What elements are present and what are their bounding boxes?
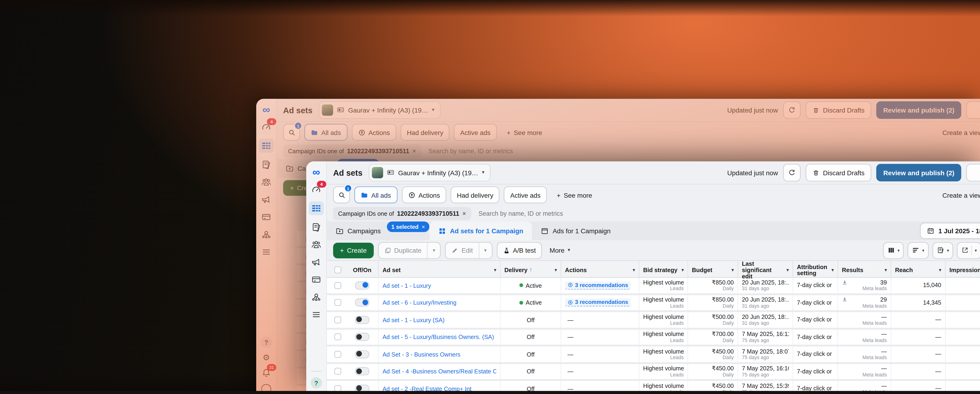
table-row[interactable]: Ad set - 5 - Luxury/Business Owners. (SA…	[327, 329, 980, 347]
column-impressions[interactable]: Impressions	[946, 261, 980, 279]
recommendations-link[interactable]: 3 recommendations	[565, 298, 631, 307]
column-attribution[interactable]: Attribution setting▾	[793, 261, 838, 279]
recommendations-link[interactable]: —	[565, 350, 576, 358]
date-range-picker[interactable]: 1 Jul 2025 - 18 Jul 2025	[920, 223, 980, 239]
create-view-link[interactable]: Create a view	[942, 191, 980, 199]
campaigns-icon[interactable]	[309, 201, 324, 215]
filter-all-ads[interactable]: All ads	[304, 124, 347, 140]
account-selector[interactable]: Gaurav + Infinity (A3) (19… ▾	[319, 101, 441, 119]
chevron-down-icon[interactable]: ▾	[427, 242, 440, 258]
notifications-bell-icon[interactable]: 31	[261, 367, 272, 378]
recommendations-link[interactable]: —	[565, 367, 576, 375]
row-checkbox[interactable]	[334, 333, 341, 340]
filter-had-delivery[interactable]: Had delivery	[401, 124, 450, 140]
filter-active-ads[interactable]: Active ads	[454, 124, 497, 140]
account-selector[interactable]: Gaurav + Infinity (A3) (19… ▾	[369, 164, 491, 181]
close-icon[interactable]: ×	[422, 224, 425, 230]
row-toggle[interactable]	[355, 281, 369, 289]
search-input[interactable]	[477, 209, 971, 217]
column-results[interactable]: Results▾	[838, 261, 891, 279]
table-row[interactable]: Ad Set - 4 -Business Owners/Real Estate …	[327, 364, 980, 381]
ad-set-name-link[interactable]: Ad set - 5 - Luxury/Business Owners. (SA…	[382, 333, 496, 340]
reports-button[interactable]: ▾	[932, 242, 954, 258]
table-row[interactable]: Ad set - 1 - Luxury Active 3 recommendat…	[327, 278, 980, 295]
ad-set-name-link[interactable]: Ad Set - 4 -Business Owners/Real Estate …	[382, 368, 496, 375]
column-last-edit[interactable]: Last significant edit▾	[738, 261, 793, 279]
ads-manager-home-icon[interactable]: 4	[261, 121, 272, 132]
filter-see-more[interactable]: +See more	[551, 187, 598, 203]
column-bid-strategy[interactable]: Bid strategy▾	[640, 261, 688, 279]
refresh-button[interactable]	[783, 101, 800, 119]
ad-set-name-link[interactable]: Ad set - 1 - Luxury (SA)	[382, 316, 496, 323]
audiences-icon[interactable]	[311, 239, 322, 250]
row-toggle[interactable]	[355, 333, 369, 341]
campaign-id-filter-chip[interactable]: Campaign IDs one of120222493393710511 ×	[333, 207, 471, 220]
discard-drafts-button[interactable]: Discard Drafts	[805, 101, 871, 119]
billing-icon[interactable]	[311, 274, 322, 285]
recommendations-link[interactable]: 3 recommendations	[565, 281, 631, 289]
download-icon[interactable]	[842, 297, 848, 302]
table-row[interactable]: Ad set - 6 - Luxury/Investing Active 3 r…	[327, 295, 980, 313]
tab-ads[interactable]: Ads for 1 Campaign	[532, 221, 619, 240]
recommendations-link[interactable]: —	[565, 316, 576, 324]
row-checkbox[interactable]	[334, 316, 341, 323]
breakdown-button[interactable]: ▾	[908, 242, 929, 258]
download-icon[interactable]	[842, 279, 848, 285]
audiences-icon[interactable]	[261, 176, 272, 188]
filter-actions[interactable]: Actions	[402, 187, 446, 203]
filter-actions[interactable]: Actions	[352, 124, 396, 140]
filter-had-delivery[interactable]: Had delivery	[450, 187, 500, 203]
reports-icon[interactable]	[261, 159, 272, 170]
reports-icon[interactable]	[311, 221, 322, 233]
filter-active-ads[interactable]: Active ads	[504, 187, 547, 203]
assets-icon[interactable]	[311, 292, 322, 303]
discard-drafts-button[interactable]: Discard Drafts	[805, 164, 871, 181]
more-options-button[interactable]	[966, 101, 980, 119]
ads-manager-home-icon[interactable]: 4	[311, 184, 322, 195]
advertise-icon[interactable]	[261, 194, 272, 205]
filter-see-more[interactable]: +See more	[501, 124, 548, 140]
row-checkbox[interactable]	[334, 368, 341, 375]
create-view-link[interactable]: Create a view	[942, 128, 980, 136]
table-row[interactable]: Ad set - 1 - Luxury (SA) Off — Highest v…	[327, 312, 980, 329]
more-options-button[interactable]	[966, 164, 980, 181]
review-publish-button[interactable]: Review and publish (2)	[877, 164, 961, 181]
ad-set-name-link[interactable]: Ad set - 6 - Luxury/Investing	[382, 299, 496, 306]
campaign-id-filter-chip[interactable]: Campaign IDs one of120222493393710511 ×	[283, 144, 421, 157]
row-toggle[interactable]	[355, 367, 369, 375]
column-ad-set[interactable]: Ad set▾	[379, 261, 501, 279]
all-tools-icon[interactable]	[261, 246, 272, 258]
row-checkbox[interactable]	[334, 299, 341, 306]
help-icon[interactable]: ?	[261, 337, 272, 348]
export-button[interactable]: ▾	[957, 242, 980, 258]
column-budget[interactable]: Budget▾	[688, 261, 738, 279]
ab-test-button[interactable]: A/B test	[496, 242, 542, 258]
search-input[interactable]	[427, 147, 971, 155]
chevron-down-icon[interactable]: ▾	[479, 242, 492, 258]
row-toggle[interactable]	[355, 350, 369, 358]
edit-button[interactable]: Edit ▾	[445, 242, 492, 258]
select-all-checkbox[interactable]	[334, 261, 346, 279]
all-tools-icon[interactable]	[311, 309, 322, 320]
column-reach[interactable]: Reach▾	[891, 261, 946, 279]
row-checkbox[interactable]	[334, 351, 341, 357]
help-icon[interactable]: ?	[311, 377, 322, 388]
selected-count-pill[interactable]: 1 selected×	[387, 221, 429, 232]
campaigns-icon[interactable]	[259, 139, 274, 153]
close-icon[interactable]: ×	[462, 210, 466, 217]
create-button[interactable]: +Create	[333, 242, 374, 258]
close-icon[interactable]: ×	[412, 147, 416, 154]
column-delivery[interactable]: Delivery↑▾	[501, 261, 561, 279]
advertise-icon[interactable]	[311, 257, 322, 268]
table-row[interactable]: Ad Set - 3 - Business Owners Off — Highe…	[327, 346, 980, 364]
column-off-on[interactable]: Off/On	[346, 261, 379, 279]
review-publish-button[interactable]: Review and publish (2)	[877, 101, 961, 119]
settings-gear-icon[interactable]: ⚙	[262, 354, 270, 362]
column-actions[interactable]: Actions▾	[561, 261, 640, 279]
row-checkbox[interactable]	[334, 282, 341, 289]
duplicate-button[interactable]: Duplicate ▾	[378, 242, 441, 258]
billing-icon[interactable]	[261, 212, 272, 223]
columns-button[interactable]: ▾	[883, 242, 904, 258]
refresh-button[interactable]	[783, 164, 800, 181]
table-row[interactable]: Ad set - 2 -Real Estate Comp+ Int Off — …	[327, 381, 980, 392]
